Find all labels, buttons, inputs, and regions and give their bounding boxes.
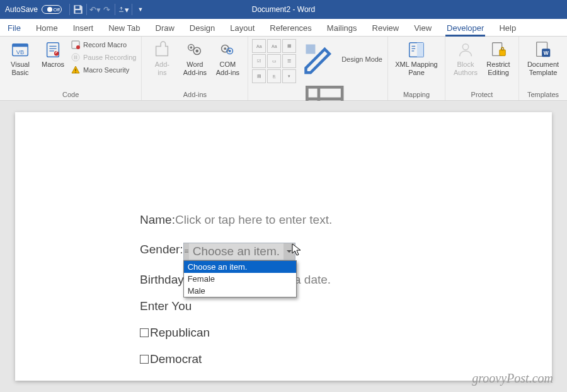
macros-icon [43, 40, 62, 59]
ribbon-tabs: File Home Insert New Tab Draw Design Lay… [0, 19, 567, 37]
autosave-label: AutoSave [5, 5, 38, 14]
svg-rect-11 [76, 55, 77, 59]
separator [115, 4, 115, 15]
undo-icon[interactable]: ↶▾ [89, 0, 101, 19]
vote-label: Enter You [140, 299, 192, 313]
svg-rect-10 [74, 55, 76, 59]
label: XML Mapping Pane [395, 61, 437, 76]
gender-dropdown[interactable]: Choose an item. [183, 243, 295, 260]
gender-selected: Choose an item. [189, 243, 284, 260]
document-title: Document2 - Word [0, 5, 567, 14]
word-addins-button[interactable]: Word Add-ins [178, 39, 211, 76]
addins-button[interactable]: Add- ins [146, 39, 178, 76]
svg-point-20 [224, 47, 227, 50]
gender-label: Gender: [140, 243, 183, 257]
label: COM Add-ins [216, 61, 239, 76]
design-mode-button[interactable]: Design Mode [300, 39, 384, 79]
svg-rect-3 [13, 44, 28, 47]
tab-developer[interactable]: Developer [439, 20, 491, 36]
separator [86, 4, 87, 15]
combo-control-icon[interactable]: ▭ [267, 54, 281, 68]
tab-help[interactable]: Help [491, 20, 524, 36]
document-template-icon: W [534, 40, 553, 59]
tab-newtab[interactable]: New Tab [101, 20, 147, 36]
checkbox-republican[interactable] [140, 328, 149, 337]
form-line-vote-1: Republican [140, 326, 552, 340]
com-addins-button[interactable]: COM Add-ins [211, 39, 244, 76]
save-icon[interactable] [72, 0, 84, 19]
separator [69, 4, 70, 15]
form-line-gender: Gender: Choose an item. Choose an item. … [140, 239, 552, 260]
gender-option-placeholder[interactable]: Choose an item. [184, 261, 296, 273]
svg-text:W: W [544, 50, 549, 56]
tab-layout[interactable]: Layout [222, 20, 262, 36]
visual-basic-button[interactable]: VB Visual Basic [4, 39, 37, 76]
tab-view[interactable]: View [406, 20, 439, 36]
svg-rect-22 [306, 44, 316, 54]
xml-mapping-button[interactable]: XML Mapping Pane [392, 39, 441, 76]
label: Document Template [527, 61, 559, 76]
group-label: Templates [519, 90, 567, 100]
block-authors-icon [456, 40, 475, 59]
dropdown-control-icon[interactable]: ☰ [282, 54, 296, 68]
record-icon [71, 40, 81, 50]
customize-qat-icon[interactable]: ▼ [135, 0, 146, 19]
repeat-control-icon[interactable]: ⎘ [267, 69, 281, 83]
record-macro-button[interactable]: Record Macro [69, 39, 137, 50]
page[interactable]: Name: Click or tap here to enter text. G… [15, 112, 552, 381]
group-templates: W Document Template Templates [519, 37, 567, 100]
rich-text-control-icon[interactable]: Aa [252, 39, 266, 53]
redo-icon[interactable]: ↷ [101, 0, 112, 19]
group-label: Add-ins [142, 90, 248, 100]
tab-review[interactable]: Review [365, 20, 407, 36]
group-mapping: XML Mapping Pane Mapping [388, 37, 445, 100]
macro-security-button[interactable]: Macro Security [69, 64, 137, 76]
date-control-icon[interactable]: ▤ [252, 69, 266, 83]
svg-text:VB: VB [16, 49, 25, 55]
restrict-editing-button[interactable]: Restrict Editing [482, 39, 515, 76]
label: Block Authors [454, 61, 478, 76]
gender-option-female[interactable]: Female [184, 273, 296, 285]
autosave-toggle[interactable]: AutoSave Off [0, 5, 67, 14]
tab-references[interactable]: References [262, 20, 319, 36]
picture-control-icon[interactable]: ▦ [282, 39, 296, 53]
group-protect: Block Authors Restrict Editing Protect [445, 37, 519, 100]
vote-option-1: Republican [150, 326, 210, 340]
group-label: Mapping [388, 90, 445, 100]
legacy-control-icon[interactable]: ▾ [282, 69, 296, 83]
document-template-button[interactable]: W Document Template [523, 39, 563, 76]
title-bar: AutoSave Off ↶▾ ↷ ▾ ▼ Document2 - Word [0, 0, 567, 19]
svg-point-9 [72, 54, 79, 61]
svg-rect-27 [417, 43, 423, 57]
label: Macros [42, 61, 64, 69]
tab-insert[interactable]: Insert [66, 20, 101, 36]
word-addins-icon [185, 40, 204, 59]
svg-rect-0 [76, 6, 80, 9]
gender-option-male[interactable]: Male [184, 285, 296, 297]
touch-mode-icon[interactable]: ▾ [118, 0, 129, 19]
macros-button[interactable]: Macros [37, 39, 69, 69]
group-addins: Add- ins Word Add-ins COM Add-ins Add-in… [142, 37, 248, 100]
tab-design[interactable]: Design [182, 20, 222, 36]
checkbox-control-icon[interactable]: ☑ [252, 54, 266, 68]
svg-point-16 [190, 46, 193, 49]
gender-dropdown-list: Choose an item. Female Male [183, 260, 297, 297]
separator [132, 4, 132, 15]
drag-handle-icon[interactable] [184, 243, 189, 260]
label: Visual Basic [11, 61, 30, 76]
label: Word Add-ins [183, 61, 207, 76]
controls-gallery[interactable]: Aa Aa ▦ ☑ ▭ ☰ ▤ ⎘ ▾ [252, 39, 296, 83]
name-label: Name: [140, 213, 175, 227]
plain-text-control-icon[interactable]: Aa [267, 39, 281, 53]
svg-point-17 [196, 50, 199, 53]
tab-file[interactable]: File [0, 20, 28, 36]
tab-mailings[interactable]: Mailings [319, 20, 365, 36]
chevron-down-icon[interactable] [284, 243, 295, 260]
tab-draw[interactable]: Draw [148, 20, 182, 36]
group-label: Code [0, 90, 141, 100]
checkbox-democrat[interactable] [140, 355, 149, 364]
tab-home[interactable]: Home [28, 20, 66, 36]
group-label: Protect [445, 90, 518, 100]
name-placeholder[interactable]: Click or tap here to enter text. [175, 213, 332, 227]
group-code: VB Visual Basic Macros Record Macro Paus… [0, 37, 142, 100]
